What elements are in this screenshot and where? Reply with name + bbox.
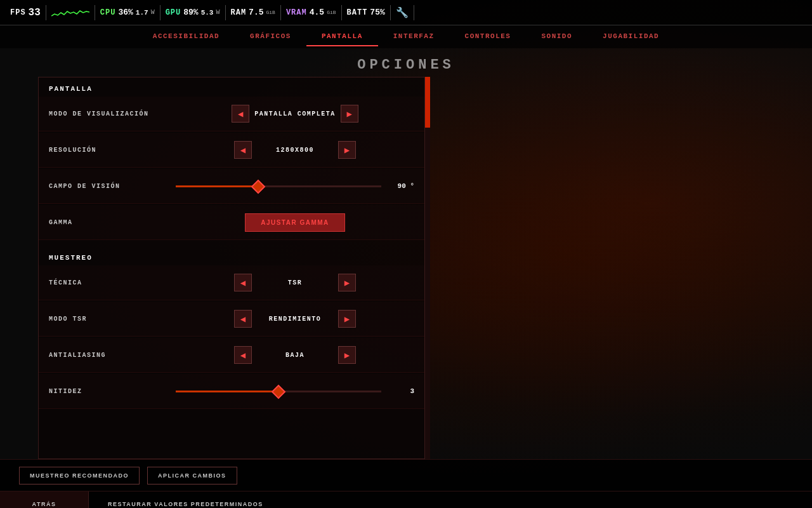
tab-accesibilidad[interactable]: ACCESIBILIDAD [138, 27, 235, 46]
footer-bar: ATRÁS RESTAURAR VALORES PREDETERMINADOS [0, 491, 812, 508]
tab-interfaz[interactable]: INTERFAZ [378, 27, 450, 46]
cpu-watts-unit: W [151, 9, 155, 16]
nitidez-fill [176, 391, 278, 392]
gpu-label: GPU [166, 8, 181, 17]
antialiasing-prev[interactable]: ◀ [234, 346, 252, 364]
setting-row-modo-tsr: MODO TSR ◀ RENDIMIENTO ▶ [39, 302, 424, 337]
nitidez-thumb[interactable] [272, 384, 286, 399]
modo-visualizacion-value: PANTALLA COMPLETA [254, 110, 336, 117]
gpu-watts: 5.3 [201, 9, 214, 17]
setting-row-nitidez: NITIDEZ 3 [39, 374, 424, 409]
nitidez-control: 3 [176, 387, 414, 395]
batt-label: BATT [347, 8, 368, 17]
aplicar-cambios-button[interactable]: APLICAR CAMBIOS [147, 467, 237, 485]
antialiasing-next[interactable]: ▶ [338, 346, 356, 364]
vram-label: VRAM [286, 8, 307, 17]
batt-value: 75% [370, 8, 384, 17]
nav-tabs: ACCESIBILIDAD GRÁFICOS PANTALLA INTERFAZ… [0, 25, 812, 48]
nitidez-slider-container: 3 [176, 387, 414, 395]
tab-controles[interactable]: CONTROLES [450, 27, 527, 46]
gamma-button[interactable]: AJUSTAR GAMMA [245, 213, 345, 232]
gpu-watts-unit: W [216, 9, 219, 16]
muestreo-recomendado-button[interactable]: MUESTREO RECOMENDADO [19, 467, 140, 485]
vram-unit: GiB [327, 10, 336, 15]
setting-row-antialiasing: ANTIALIASING ◀ BAJA ▶ [39, 338, 424, 373]
cpu-percent: 36% [118, 8, 133, 17]
sep8 [414, 5, 414, 20]
tecnica-prev[interactable]: ◀ [234, 274, 252, 291]
modo-tsr-prev[interactable]: ◀ [234, 310, 252, 328]
hud-sparkline [46, 0, 95, 25]
hud-ram: RAM 7.5 GiB [226, 0, 280, 25]
campo-vision-slider-container: 90 ° [176, 182, 414, 190]
bottom-action-bar: MUESTREO RECOMENDADO APLICAR CAMBIOS [0, 459, 812, 491]
tab-pantalla[interactable]: PANTALLA [306, 27, 378, 46]
hud-settings[interactable]: 🔧 [391, 0, 414, 25]
setting-row-resolucion: RESOLUCIÓN ◀ 1280X800 ▶ [39, 133, 424, 168]
nitidez-value: 3 [389, 387, 414, 395]
resolucion-label: RESOLUCIÓN [49, 147, 176, 154]
modo-tsr-control: ◀ RENDIMIENTO ▶ [176, 310, 414, 328]
modo-visualizacion-control: ◀ PANTALLA COMPLETA ▶ [176, 105, 414, 123]
campo-vision-track[interactable] [176, 185, 381, 187]
hud-fps: FPS 33 [5, 0, 46, 25]
campo-vision-control: 90 ° [176, 182, 414, 190]
hud-batt: BATT 75% [342, 0, 390, 25]
cpu-label: CPU [100, 8, 116, 17]
gpu-percent: 89% [183, 8, 198, 17]
tab-graficos[interactable]: GRÁFICOS [235, 27, 306, 46]
tab-jugabilidad[interactable]: JUGABILIDAD [587, 27, 674, 46]
antialiasing-control: ◀ BAJA ▶ [176, 346, 414, 364]
muestreo-section-header: MUESTREO [39, 246, 424, 265]
ram-unit: GiB [266, 10, 275, 15]
modo-tsr-label: MODO TSR [49, 316, 176, 323]
scrollbar-thumb [425, 77, 430, 128]
page-title: OPCIONES [0, 53, 812, 76]
modo-visualizacion-prev[interactable]: ◀ [232, 105, 249, 123]
content-area: PANTALLA MODO DE VISUALIZACIÓN ◀ PANTALL… [0, 77, 812, 459]
resolucion-next[interactable]: ▶ [338, 141, 356, 159]
tecnica-next[interactable]: ▶ [338, 274, 356, 291]
cpu-sparkline [51, 6, 89, 19]
cpu-watts: 1.7 [136, 9, 148, 17]
resolucion-control: ◀ 1280X800 ▶ [176, 141, 414, 159]
fps-label: FPS [10, 8, 26, 17]
nitidez-label: NITIDEZ [49, 388, 176, 395]
modo-visualizacion-label: MODO DE VISUALIZACIÓN [49, 110, 176, 117]
campo-vision-thumb[interactable] [251, 179, 265, 194]
fps-value: 33 [29, 7, 41, 18]
modo-visualizacion-next[interactable]: ▶ [341, 105, 358, 123]
hud-vram: VRAM 4.5 GiB [281, 0, 341, 25]
gamma-label: GAMMA [49, 219, 176, 226]
campo-vision-value: 90 ° [389, 182, 414, 190]
antialiasing-value: BAJA [257, 352, 333, 359]
campo-vision-label: CAMPO DE VISIÓN [49, 183, 176, 190]
ram-value: 7.5 [249, 8, 263, 17]
resolucion-prev[interactable]: ◀ [234, 141, 252, 159]
vram-value: 4.5 [310, 8, 324, 17]
page-title-bar: OPCIONES [0, 48, 812, 77]
setting-row-campo-vision: CAMPO DE VISIÓN 90 ° [39, 169, 424, 204]
setting-row-tecnica: TÉCNICA ◀ TSR ▶ [39, 265, 424, 300]
campo-vision-fill [176, 185, 258, 187]
left-spacer [0, 77, 19, 459]
pantalla-section-header: PANTALLA [39, 77, 424, 97]
antialiasing-label: ANTIALIASING [49, 352, 176, 359]
tecnica-value: TSR [257, 279, 333, 286]
tab-sonido[interactable]: SONIDO [526, 27, 587, 46]
scrollbar[interactable] [425, 77, 430, 459]
gamma-control: AJUSTAR GAMMA [176, 213, 414, 232]
modo-tsr-value: RENDIMIENTO [257, 316, 333, 323]
settings-panel: PANTALLA MODO DE VISUALIZACIÓN ◀ PANTALL… [38, 77, 425, 459]
hud-gpu: GPU 89% 5.3 W [160, 0, 225, 25]
nitidez-track[interactable] [176, 391, 381, 392]
hud-cpu: CPU 36% 1.7 W [95, 0, 160, 25]
back-button[interactable]: ATRÁS [0, 491, 89, 508]
tecnica-control: ◀ TSR ▶ [176, 274, 414, 291]
modo-tsr-next[interactable]: ▶ [338, 310, 356, 328]
setting-row-modo-visualizacion: MODO DE VISUALIZACIÓN ◀ PANTALLA COMPLET… [39, 97, 424, 131]
hud-bar: FPS 33 CPU 36% 1.7 W GPU 89% 5.3 W RAM 7… [0, 0, 812, 25]
restore-defaults-button[interactable]: RESTAURAR VALORES PREDETERMINADOS [89, 491, 278, 508]
ram-label: RAM [231, 8, 247, 17]
wrench-icon: 🔧 [396, 6, 409, 19]
